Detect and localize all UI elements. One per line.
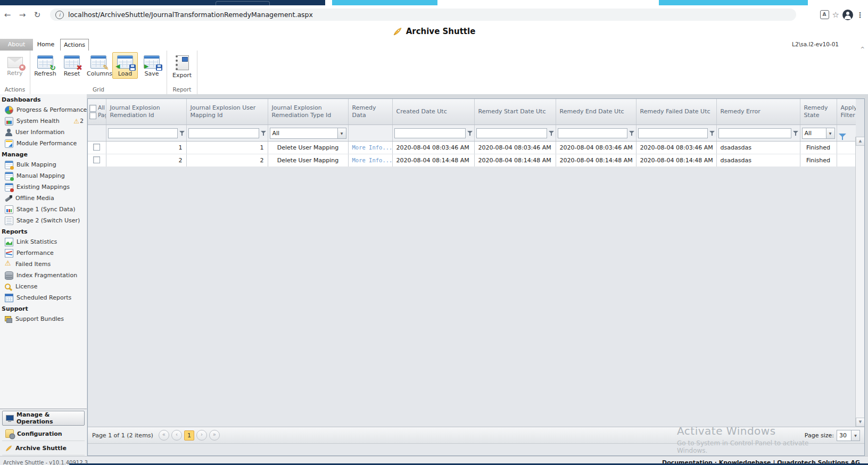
more-info-link[interactable]: More Info...: [352, 157, 393, 163]
browser-tab[interactable]: [659, 0, 808, 5]
filter-funnel-icon[interactable]: [261, 130, 266, 136]
sidebar-item-failed-items[interactable]: Failed Items: [0, 259, 87, 270]
vertical-scrollbar[interactable]: ▲ ▼: [855, 137, 864, 427]
current-page-button[interactable]: 1: [184, 430, 194, 441]
export-button[interactable]: Export: [169, 52, 195, 80]
filter-funnel-icon[interactable]: [467, 130, 473, 136]
retry-button[interactable]: ✖ Retry: [2, 52, 28, 78]
sidebar-item-manual-mapping[interactable]: Manual Mapping: [0, 170, 87, 181]
filter-funnel-icon[interactable]: [629, 130, 634, 136]
translate-icon[interactable]: A: [820, 10, 829, 19]
sidebar-item-license[interactable]: License: [0, 281, 87, 292]
sidebar-item-offline-media[interactable]: Offline Media: [0, 193, 87, 204]
chevron-down-icon[interactable]: ▼: [851, 430, 859, 441]
sidebar-item-stage2[interactable]: Stage 2 (Switch User): [0, 215, 87, 226]
column-header-remedy-error[interactable]: Remedy Error: [716, 99, 800, 125]
first-page-button[interactable]: «: [159, 430, 169, 441]
sidebar-item-bulk-mapping[interactable]: Bulk Mapping: [0, 159, 87, 170]
chevron-down-icon[interactable]: ▼: [826, 128, 834, 138]
forward-icon[interactable]: →: [15, 10, 30, 20]
table-row[interactable]: 2 2 Delete User Mapping More Info... 202…: [88, 154, 856, 167]
sidebar-item-system-health[interactable]: System Health ⚠2: [0, 115, 87, 127]
filter-funnel-icon[interactable]: [179, 130, 185, 136]
filter-select-remediation-type[interactable]: All▼: [270, 128, 346, 139]
content-area: All Pag Journal Explosion Remediation Id…: [87, 94, 868, 456]
sidebar-item-module-performance[interactable]: Module Performance: [0, 138, 87, 149]
filter-funnel-icon[interactable]: [709, 130, 715, 136]
filter-input-remedy-start-date[interactable]: [476, 128, 547, 138]
select-all-checkbox[interactable]: [89, 105, 96, 112]
cell-remedy-failed-date: 2020-08-04 08:03:46 AM: [636, 142, 716, 154]
filter-row: All▼ All▼: [88, 125, 856, 142]
column-header-remedy-start-date[interactable]: Remedy Start Date Utc: [474, 99, 556, 125]
last-page-button[interactable]: »: [209, 430, 220, 441]
nav-configuration[interactable]: Configuration: [2, 427, 85, 441]
next-page-button[interactable]: ›: [196, 430, 207, 441]
select-column-header: All Pag: [88, 99, 106, 125]
pie-chart-icon: [5, 106, 13, 114]
filter-input-remedy-end-date[interactable]: [558, 128, 627, 138]
scroll-up-icon[interactable]: ▲: [856, 137, 865, 146]
filter-input-remedy-error[interactable]: [718, 128, 791, 138]
column-header-remedy-state[interactable]: Remedy State: [800, 99, 837, 125]
sidebar-item-performance[interactable]: Performance: [0, 247, 87, 259]
scroll-down-icon[interactable]: ▼: [856, 418, 865, 427]
tab-actions[interactable]: Actions: [60, 39, 89, 51]
sidebar-item-existing-mappings[interactable]: Existing Mappings: [0, 181, 87, 193]
column-header-remedy-data[interactable]: Remedy Data: [348, 99, 392, 125]
sidebar-item-user-information[interactable]: User Information: [0, 127, 87, 138]
sidebar-item-support-bundles[interactable]: Support Bundles: [0, 313, 87, 325]
page-size-select[interactable]: 30▼: [837, 430, 860, 441]
browser-profile-avatar[interactable]: [842, 10, 853, 20]
column-header-remediation-type-id[interactable]: Journal Explosion Remediation Type Id: [268, 99, 348, 125]
browser-tab[interactable]: [332, 0, 437, 5]
filter-input-user-mapping-id[interactable]: [188, 128, 259, 138]
filter-funnel-icon[interactable]: [549, 130, 554, 136]
filter-select-remedy-state[interactable]: All▼: [802, 128, 835, 139]
load-button[interactable]: ◀ Load: [112, 52, 138, 79]
chevron-down-icon[interactable]: ▼: [337, 128, 346, 138]
sidebar: Dashboards Progress & Performance System…: [0, 94, 87, 456]
select-page-checkbox[interactable]: [89, 112, 96, 119]
filter-input-remedy-failed-date[interactable]: [638, 128, 708, 138]
tab-about[interactable]: About: [0, 39, 33, 51]
save-button[interactable]: ▶ Save: [139, 52, 164, 79]
sidebar-item-link-statistics[interactable]: Link Statistics: [0, 236, 87, 247]
table-row[interactable]: 1 1 Delete User Mapping More Info... 202…: [88, 142, 856, 154]
sidebar-item-index-fragmentation[interactable]: Index Fragmentation: [0, 270, 87, 281]
filter-funnel-icon[interactable]: [793, 130, 798, 136]
sidebar-item-stage1[interactable]: Stage 1 (Sync Data): [0, 204, 87, 215]
sidebar-item-scheduled-reports[interactable]: Scheduled Reports: [0, 292, 87, 303]
bookmark-star-icon[interactable]: ☆: [832, 10, 839, 20]
column-header-remedy-end-date[interactable]: Remedy End Date Utc: [556, 99, 636, 125]
more-info-link[interactable]: More Info...: [352, 144, 393, 151]
grid-bottom-strip: [88, 443, 864, 455]
filter-input-created-date[interactable]: [394, 128, 466, 138]
sidebar-item-label: User Information: [15, 129, 64, 136]
column-header-remedy-failed-date[interactable]: Remedy Failed Date Utc: [636, 99, 716, 125]
nav-archive-shuttle[interactable]: Archive Shuttle: [2, 441, 85, 455]
address-bar[interactable]: i localhost/ArchiveShuttle/JournalTransf…: [50, 9, 796, 21]
url-text[interactable]: localhost/ArchiveShuttle/JournalTransfor…: [68, 11, 313, 19]
row-checkbox[interactable]: [93, 144, 100, 151]
columns-button[interactable]: ✎ Columns: [86, 52, 111, 79]
nav-manage-operations[interactable]: Manage & Operations: [2, 411, 85, 426]
column-header-created-date[interactable]: Created Date Utc: [392, 99, 474, 125]
reload-icon[interactable]: ↻: [30, 10, 45, 20]
sidebar-item-label: Existing Mappings: [16, 184, 70, 190]
tab-home[interactable]: Home: [33, 39, 59, 51]
filter-input-remediation-id[interactable]: [108, 128, 178, 138]
row-checkbox[interactable]: [93, 156, 100, 163]
back-icon[interactable]: ←: [0, 10, 15, 20]
reset-button[interactable]: ✖ Reset: [59, 52, 85, 79]
sidebar-item-progress-performance[interactable]: Progress & Performance: [0, 104, 87, 115]
offline-media-icon: [5, 195, 12, 202]
refresh-button[interactable]: ↻ Refresh: [32, 52, 58, 79]
cell-user-mapping-id: 2: [186, 154, 268, 167]
column-header-remediation-id[interactable]: Journal Explosion Remediation Id: [106, 99, 186, 125]
browser-menu-icon[interactable]: ⋮: [856, 11, 864, 19]
prev-page-button[interactable]: ‹: [171, 430, 182, 441]
cell-remedy-start-date: 2020-08-04 08:03:46 AM: [474, 142, 556, 154]
page-info-icon[interactable]: i: [55, 11, 64, 19]
column-header-user-mapping-id[interactable]: Journal Explosion User Mapping Id: [186, 99, 268, 125]
